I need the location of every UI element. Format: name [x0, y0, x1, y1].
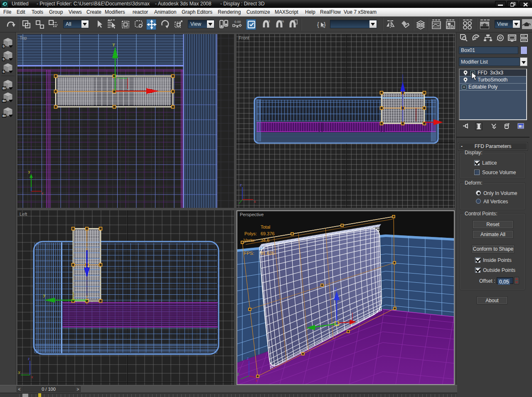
svg-text:z: z — [28, 357, 30, 361]
svg-text:69.376: 69.376 — [261, 231, 275, 236]
svg-text:x: x — [254, 200, 256, 204]
svg-text:x: x — [31, 375, 33, 379]
svg-text:{: { — [317, 21, 319, 28]
svg-text:3: 3 — [268, 20, 270, 23]
svg-text:Polys:: Polys: — [244, 231, 257, 236]
svg-text:z: z — [335, 286, 337, 291]
svg-text:Top: Top — [20, 35, 27, 40]
svg-text:y: y — [43, 293, 45, 298]
svg-text:FPS:: FPS: — [244, 251, 254, 256]
svg-text:Verts:: Verts: — [244, 238, 255, 243]
svg-text:y: y — [18, 370, 20, 374]
svg-text:91.626: 91.626 — [261, 251, 275, 256]
svg-text:Left: Left — [20, 212, 27, 217]
svg-text:Total: Total — [261, 224, 270, 229]
svg-text:y: y — [28, 170, 30, 174]
svg-text:y: y — [237, 372, 239, 376]
svg-text:%: % — [281, 20, 284, 23]
svg-text:0.00: 0.00 — [234, 20, 241, 24]
svg-text:}: } — [324, 21, 326, 28]
svg-text:Front: Front — [239, 35, 249, 40]
svg-text:x: x — [42, 191, 44, 195]
svg-text:z: z — [247, 356, 249, 360]
svg-text:34,6: 34,6 — [261, 238, 269, 243]
svg-text:z: z — [240, 183, 242, 187]
svg-text:Perspective: Perspective — [240, 212, 264, 217]
svg-text:y: y — [113, 42, 115, 47]
svg-text:x: x — [256, 378, 258, 382]
